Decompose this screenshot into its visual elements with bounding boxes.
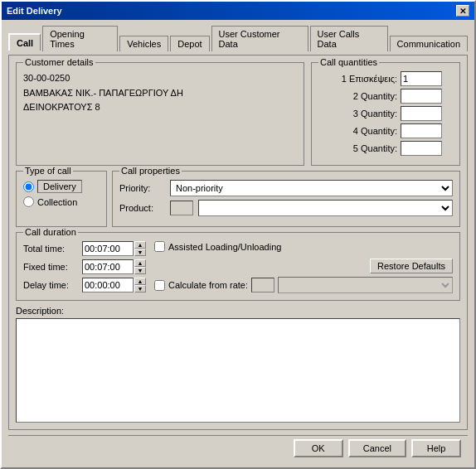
call-duration-label: Call duration — [23, 227, 78, 237]
radio-collection[interactable] — [23, 196, 34, 207]
call-quantities-section: Call quantities 1 Επισκέψεις: 2 Quantity… — [311, 62, 460, 166]
qty-input-5[interactable] — [401, 141, 442, 156]
tab-opening-times[interactable]: Opening Times — [42, 26, 118, 51]
qty-label-2: 2 Quantity: — [318, 91, 397, 101]
tab-bar: Call Opening Times Vehicles Depot User C… — [8, 25, 468, 51]
qty-input-3[interactable] — [401, 106, 442, 121]
type-props-row: Type of call Delivery Collection Call pr — [16, 171, 460, 227]
product-input-small[interactable] — [170, 201, 193, 215]
priority-row: Priority: Non-priority — [119, 180, 453, 196]
delay-time-spinner: ▲ ▼ — [134, 278, 146, 293]
restore-defaults-button[interactable]: Restore Defaults — [370, 259, 453, 273]
fixed-time-input[interactable] — [82, 259, 134, 274]
fixed-time-spinner: ▲ ▼ — [134, 259, 146, 274]
button-bar: OK Cancel Help — [8, 435, 468, 461]
assisted-loading-row: Assisted Loading/Unloading — [154, 241, 453, 252]
product-select[interactable] — [198, 200, 453, 216]
total-time-spinner: ▲ ▼ — [134, 241, 146, 256]
customer-details-section: Customer details 30-00-0250 ΒΑΜΒΑΚΑΣ ΝΙΚ… — [16, 62, 304, 166]
qty-row-4: 4 Quantity: — [318, 123, 453, 138]
delivery-button-look: Delivery — [37, 180, 82, 193]
calc-rate-select[interactable] — [278, 277, 453, 293]
calc-rate-input[interactable] — [251, 278, 274, 293]
qty-row-3: 3 Quantity: — [318, 106, 453, 121]
fixed-time-input-wrap: ▲ ▼ — [82, 259, 146, 274]
qty-label-4: 4 Quantity: — [318, 126, 397, 136]
duration-right: Assisted Loading/Unloading Restore Defau… — [154, 241, 453, 293]
qty-input-4[interactable] — [401, 123, 442, 138]
top-row: Customer details 30-00-0250 ΒΑΜΒΑΚΑΣ ΝΙΚ… — [16, 62, 460, 166]
duration-grid: Total time: ▲ ▼ Fixed time: — [23, 241, 453, 293]
help-button[interactable]: Help — [411, 439, 461, 457]
ok-button[interactable]: OK — [294, 439, 343, 457]
call-properties-label: Call properties — [119, 166, 182, 176]
calculate-from-rate-label[interactable]: Calculate from rate: — [168, 280, 248, 290]
window-content: Call Opening Times Vehicles Depot User C… — [2, 20, 474, 467]
qty-label-1: 1 Επισκέψεις: — [318, 74, 397, 84]
description-section: Description: — [16, 306, 460, 423]
title-bar: Edit Delivery ✕ — [2, 2, 474, 20]
call-properties-section: Call properties Priority: Non-priority P… — [112, 171, 460, 227]
qty-label-3: 3 Quantity: — [318, 109, 397, 118]
radio-delivery[interactable] — [23, 181, 34, 192]
customer-line3: ΔΕΙΝΟΚΡΑΤΟΥΣ 8 — [23, 100, 297, 115]
main-panel: Customer details 30-00-0250 ΒΑΜΒΑΚΑΣ ΝΙΚ… — [8, 55, 468, 430]
call-quantities-label: Call quantities — [318, 57, 379, 67]
customer-details-label: Customer details — [23, 57, 95, 67]
tab-depot[interactable]: Depot — [170, 36, 209, 51]
product-label: Product: — [119, 203, 165, 213]
qty-row-2: 2 Quantity: — [318, 89, 453, 104]
description-label: Description: — [16, 306, 460, 316]
total-time-row: Total time: ▲ ▼ — [23, 241, 146, 256]
delay-time-label: Delay time: — [23, 280, 77, 290]
fixed-time-row: Fixed time: ▲ ▼ — [23, 259, 146, 274]
tab-call[interactable]: Call — [8, 33, 41, 51]
total-time-down[interactable]: ▼ — [134, 249, 146, 256]
duration-left: Total time: ▲ ▼ Fixed time: — [23, 241, 146, 293]
tab-communication[interactable]: Communication — [390, 36, 468, 51]
radio-collection-label[interactable]: Collection — [37, 197, 77, 207]
qty-input-1[interactable] — [401, 71, 442, 86]
type-of-call-label: Type of call — [23, 166, 73, 176]
tab-user-calls-data[interactable]: User Calls Data — [310, 26, 388, 51]
radio-delivery-row: Delivery — [23, 180, 100, 193]
delay-time-row: Delay time: ▲ ▼ — [23, 278, 146, 293]
calculate-from-rate-row: Calculate from rate: — [154, 277, 453, 293]
total-time-input[interactable] — [82, 241, 134, 256]
type-of-call-section: Type of call Delivery Collection — [16, 171, 107, 227]
cancel-button[interactable]: Cancel — [348, 439, 406, 457]
edit-delivery-window: Edit Delivery ✕ Call Opening Times Vehic… — [0, 0, 476, 469]
fixed-time-down[interactable]: ▼ — [134, 267, 146, 274]
delay-time-up[interactable]: ▲ — [134, 278, 146, 285]
radio-delivery-label[interactable]: Delivery — [37, 180, 82, 193]
qty-row-1: 1 Επισκέψεις: — [318, 71, 453, 86]
radio-collection-row: Collection — [23, 196, 100, 207]
qty-label-5: 5 Quantity: — [318, 143, 397, 153]
total-time-input-wrap: ▲ ▼ — [82, 241, 146, 256]
customer-line1: 30-00-0250 — [23, 71, 297, 86]
close-button[interactable]: ✕ — [456, 5, 469, 17]
fixed-time-up[interactable]: ▲ — [134, 259, 146, 267]
priority-label: Priority: — [119, 183, 165, 193]
qty-input-2[interactable] — [401, 89, 442, 104]
total-time-label: Total time: — [23, 244, 77, 254]
tab-vehicles[interactable]: Vehicles — [119, 36, 168, 51]
priority-select[interactable]: Non-priority — [170, 180, 453, 196]
delay-time-input-wrap: ▲ ▼ — [82, 278, 146, 293]
window-title: Edit Delivery — [7, 6, 62, 16]
customer-text: 30-00-0250 ΒΑΜΒΑΚΑΣ ΝΙΚ.- ΠΑΠΑΓΕΩΡΓΙΟΥ Δ… — [23, 71, 297, 115]
customer-line2: ΒΑΜΒΑΚΑΣ ΝΙΚ.- ΠΑΠΑΓΕΩΡΓΙΟΥ ΔΗ — [23, 86, 297, 101]
product-row: Product: — [119, 200, 453, 216]
delay-time-down[interactable]: ▼ — [134, 285, 146, 293]
call-duration-section: Call duration Total time: ▲ ▼ — [16, 232, 460, 301]
description-textarea[interactable] — [16, 318, 460, 423]
assisted-loading-checkbox[interactable] — [154, 241, 165, 252]
delay-time-input[interactable] — [82, 278, 134, 293]
tab-user-customer-data[interactable]: User Customer Data — [211, 26, 308, 51]
fixed-time-label: Fixed time: — [23, 262, 77, 272]
total-time-up[interactable]: ▲ — [134, 241, 146, 249]
calculate-from-rate-checkbox[interactable] — [154, 280, 165, 291]
qty-row-5: 5 Quantity: — [318, 141, 453, 156]
assisted-loading-label[interactable]: Assisted Loading/Unloading — [168, 242, 281, 252]
